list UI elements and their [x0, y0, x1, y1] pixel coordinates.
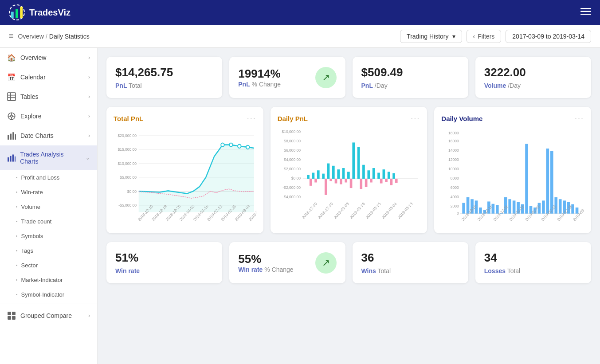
stat-label: Win rate [115, 267, 213, 274]
svg-rect-70 [342, 168, 345, 179]
svg-text:16000: 16000 [448, 139, 459, 143]
svg-text:$20,000.00: $20,000.00 [118, 133, 137, 137]
svg-rect-135 [550, 151, 553, 213]
svg-rect-93 [385, 179, 388, 182]
svg-rect-91 [370, 179, 373, 182]
sidebar: 🏠 Overview › 📅 Calendar › Tables › [0, 48, 98, 364]
stat-card-pnl-day: $509.49 PnL /Day [353, 57, 468, 98]
svg-text:$10,000.00: $10,000.00 [282, 129, 301, 134]
sidebar-sub-profit-loss[interactable]: Profit and Loss [0, 170, 97, 185]
sidebar-divider [0, 304, 97, 304]
svg-text:12000: 12000 [448, 157, 459, 162]
sidebar-sub-win-rate[interactable]: Win-rate [0, 185, 97, 200]
sidebar-sub-tags[interactable]: Tags [0, 243, 97, 258]
stat-value: 55% [238, 252, 293, 266]
filters-button[interactable]: ‹ Filters [467, 30, 502, 43]
chart-title-daily-volume: Daily Volume [441, 115, 482, 122]
sidebar-sub-trade-count[interactable]: Trade count [0, 214, 97, 229]
sidebar-item-grouped-compare[interactable]: Grouped Compare › [0, 306, 97, 325]
svg-rect-17 [10, 134, 12, 140]
sidebar-sub-symbol-indicator[interactable]: Symbol-Indicator [0, 287, 97, 302]
bottom-stat-cards: 51% Win rate 55% Win rate % Change ↗ 36 [106, 242, 591, 283]
svg-rect-89 [360, 179, 362, 189]
sidebar-sub-label: Tags [21, 247, 33, 254]
svg-text:6000: 6000 [451, 185, 459, 190]
breadcrumb-overview[interactable]: Overview [18, 33, 44, 40]
svg-rect-68 [332, 166, 335, 179]
svg-rect-87 [345, 179, 347, 182]
sidebar-item-calendar[interactable]: 📅 Calendar › [0, 67, 97, 87]
svg-point-11 [11, 115, 12, 117]
sidebar-item-explore[interactable]: Explore › [0, 106, 97, 126]
svg-rect-1 [16, 9, 18, 18]
svg-rect-95 [395, 179, 398, 183]
svg-rect-77 [377, 173, 380, 179]
svg-rect-23 [15, 157, 16, 162]
chart-header: Daily PnL ··· [278, 114, 420, 123]
sidebar-item-tables[interactable]: Tables › [0, 87, 97, 106]
stat-label: PnL % Change [238, 81, 281, 88]
sidebar-sub-label: Symbols [21, 233, 43, 239]
explore-icon [7, 112, 16, 121]
chart-card-daily-volume: Daily Volume ··· 18000 16000 14000 12000… [434, 107, 591, 233]
svg-text:-$4,000.00: -$4,000.00 [282, 195, 301, 199]
chevron-right-icon: › [88, 133, 90, 139]
svg-rect-80 [392, 173, 395, 179]
trading-history-dropdown[interactable]: Trading History ▾ [400, 30, 462, 43]
sidebar-item-trades-analysis[interactable]: Trades Analysis Charts ⌄ [0, 145, 97, 170]
stat-label: PnL Total [115, 82, 213, 89]
chart-menu-icon[interactable]: ··· [411, 114, 420, 123]
chevron-right-icon: › [88, 74, 90, 80]
chart-menu-icon[interactable]: ··· [575, 114, 584, 123]
stat-value: 3222.00 [484, 66, 582, 79]
chevron-down-icon: ▾ [452, 33, 455, 40]
chevron-right-icon: › [88, 313, 90, 319]
sidebar-sub-volume[interactable]: Volume [0, 200, 97, 214]
svg-text:$0.00: $0.00 [291, 176, 300, 180]
chevron-right-icon: › [88, 55, 90, 61]
stat-value: $509.49 [361, 66, 459, 79]
bar-chart-icon [7, 131, 16, 140]
svg-rect-76 [372, 168, 375, 179]
sidebar-sub-label: Profit and Loss [21, 174, 60, 181]
sidebar-item-date-charts[interactable]: Date Charts › [0, 126, 97, 145]
svg-text:$0.00: $0.00 [127, 189, 137, 193]
filter-icon: ‹ [473, 33, 475, 40]
svg-rect-79 [388, 172, 390, 179]
hamburger-menu[interactable] [580, 6, 591, 19]
sidebar-toggle-icon[interactable]: ≡ [9, 31, 14, 41]
trades-analysis-icon [7, 153, 16, 162]
svg-rect-27 [12, 316, 16, 320]
sidebar-sub-label: Win-rate [21, 189, 43, 196]
sidebar-item-label: Calendar [20, 74, 46, 81]
sidebar-sub-sector[interactable]: Sector [0, 258, 97, 273]
svg-rect-20 [8, 157, 9, 162]
svg-rect-67 [327, 164, 329, 179]
svg-text:2000: 2000 [451, 204, 459, 208]
sidebar-item-overview[interactable]: 🏠 Overview › [0, 48, 97, 67]
svg-point-42 [229, 143, 233, 146]
chevron-right-icon: › [88, 113, 90, 119]
stat-label: Win rate % Change [238, 266, 293, 273]
svg-rect-73 [357, 147, 360, 179]
svg-rect-125 [509, 199, 512, 213]
svg-rect-69 [337, 169, 340, 179]
sidebar-sub-symbols[interactable]: Symbols [0, 229, 97, 243]
svg-text:8000: 8000 [451, 176, 459, 180]
daily-pnl-chart: $10,000.00 $8,000.00 $6,000.00 $4,000.00… [278, 129, 420, 226]
stat-value: 36 [361, 251, 459, 265]
date-range-button[interactable]: 2017-03-09 to 2019-03-14 [506, 30, 591, 43]
sidebar-sub-market-indicator[interactable]: Market-Indicator [0, 273, 97, 287]
svg-text:2019-02-15: 2019-02-15 [365, 201, 381, 219]
stat-card-pnl-total: $14,265.75 PnL Total [106, 57, 222, 98]
svg-point-44 [246, 145, 250, 149]
chevron-right-icon: › [88, 94, 90, 100]
svg-text:-$2,000.00: -$2,000.00 [282, 185, 301, 190]
chart-card-daily-pnl: Daily PnL ··· $10,000.00 $8,000.00 $6,00… [271, 107, 427, 233]
chart-menu-icon[interactable]: ··· [247, 114, 256, 123]
stat-card-win-rate: 51% Win rate [106, 242, 222, 283]
main-layout: 🏠 Overview › 📅 Calendar › Tables › [0, 48, 600, 364]
svg-text:$10,000.00: $10,000.00 [118, 161, 137, 165]
svg-rect-2 [20, 7, 23, 18]
sidebar-sub-label: Trade count [21, 218, 52, 225]
